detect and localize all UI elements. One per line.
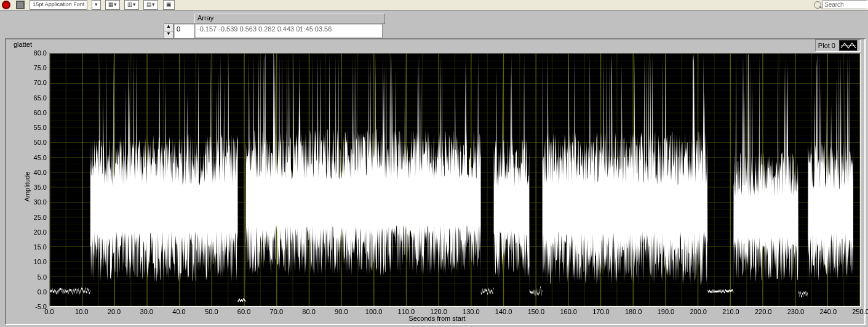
font-selector[interactable]: 15pt Application Font <box>30 0 87 10</box>
y-tick: 40.0 <box>34 169 47 176</box>
x-tick: 70.0 <box>270 308 283 315</box>
chart: Amplitude -5.00.05.010.015.020.025.030.0… <box>14 53 861 320</box>
y-tick: 20.0 <box>34 228 47 236</box>
y-tick: 25.0 <box>34 214 47 221</box>
plot-legend[interactable]: Plot 0 <box>815 39 861 52</box>
y-tick: 70.0 <box>34 79 47 86</box>
x-tick: 100.0 <box>365 308 383 315</box>
x-tick: 40.0 <box>172 308 185 315</box>
search-field[interactable] <box>823 1 868 9</box>
graph-panel: glattet Plot 0 Amplitude -5.00.05.010.01… <box>5 38 866 325</box>
x-tick: 90.0 <box>335 308 348 315</box>
plot-area[interactable] <box>49 53 861 307</box>
stop-icon[interactable] <box>16 1 25 9</box>
x-tick: 20.0 <box>108 308 121 315</box>
y-tick: 65.0 <box>34 94 47 102</box>
x-tick: 210.0 <box>722 308 739 315</box>
x-tick: 170.0 <box>592 308 610 315</box>
x-tick: 30.0 <box>140 308 153 315</box>
toolbar-dropdown-icon[interactable]: ▾ <box>92 0 101 10</box>
y-axis-ticks: -5.00.05.010.015.020.025.030.035.040.045… <box>25 53 47 307</box>
x-tick: 80.0 <box>302 308 315 315</box>
x-tick: 140.0 <box>495 308 512 315</box>
x-tick: 250.0 <box>852 308 868 315</box>
y-tick: 50.0 <box>34 139 47 146</box>
x-tick: 190.0 <box>658 308 675 315</box>
y-tick: 55.0 <box>34 124 47 131</box>
y-tick: 10.0 <box>34 258 47 265</box>
x-tick: 230.0 <box>787 308 805 315</box>
x-tick: 160.0 <box>560 308 577 315</box>
toolbar: 15pt Application Font ▾ ▦▾ ▥▾ ▤▾ ▣ <box>0 0 868 10</box>
y-tick: 45.0 <box>34 154 47 161</box>
y-tick: 35.0 <box>34 184 47 191</box>
x-axis-label: Seconds from start <box>408 315 465 322</box>
graph-label: glattet <box>14 41 32 48</box>
array-index-spinner[interactable]: ▲ ▼ <box>164 23 172 39</box>
y-tick: 80.0 <box>34 49 47 57</box>
legend-entry-label: Plot 0 <box>818 42 835 49</box>
x-tick: 50.0 <box>205 308 218 315</box>
group-button[interactable]: ▣ <box>163 0 175 10</box>
x-tick: 0.0 <box>44 308 54 315</box>
x-tick: 180.0 <box>625 308 642 315</box>
y-tick: 75.0 <box>34 64 47 71</box>
x-tick: 200.0 <box>690 308 707 315</box>
x-tick: 220.0 <box>755 308 772 315</box>
y-tick: 60.0 <box>34 109 47 116</box>
array-label: Array <box>194 14 385 24</box>
x-tick: 150.0 <box>528 308 545 315</box>
x-tick: 60.0 <box>237 308 250 315</box>
array-index-field[interactable]: 0 <box>173 23 197 39</box>
reorder-button[interactable]: ▤▾ <box>143 0 158 10</box>
distribute-objects-button[interactable]: ▥▾ <box>124 0 139 10</box>
x-tick: 240.0 <box>819 308 837 315</box>
array-value-field[interactable]: -0.157 -0.539 0.563 0.282 0.443 01:45:03… <box>194 23 383 38</box>
search-input[interactable] <box>822 0 867 9</box>
align-objects-button[interactable]: ▦▾ <box>105 0 120 10</box>
search-icon <box>814 1 821 9</box>
legend-line-icon <box>839 40 858 51</box>
y-tick: 30.0 <box>34 198 47 206</box>
y-tick: 15.0 <box>34 243 47 251</box>
record-icon[interactable] <box>2 1 10 9</box>
x-tick: 10.0 <box>75 308 88 315</box>
y-tick: 0.0 <box>38 288 47 296</box>
y-tick: 5.0 <box>38 273 47 281</box>
